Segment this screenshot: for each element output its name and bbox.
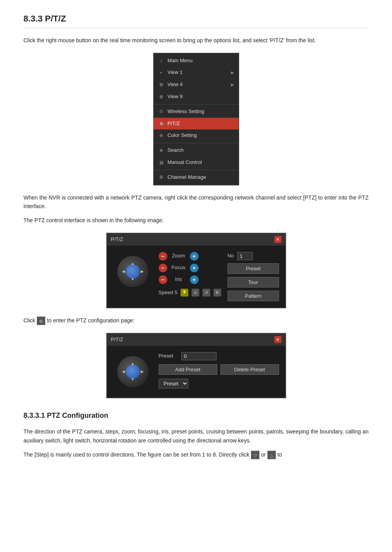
config-preset-input[interactable] (181, 352, 217, 360)
ptz-config-title: P/T/Z (111, 336, 124, 344)
color-icon: ⊛ (158, 133, 165, 139)
menu-divider-2 (154, 143, 239, 143)
dpad-down-arrow[interactable]: ▼ (131, 276, 135, 282)
menu-label-view9: View 9 (168, 93, 183, 101)
ptz-close-button[interactable]: ✕ (274, 236, 281, 243)
config-dpad-right[interactable]: ▶ (141, 369, 144, 375)
config-right-panel: Preset Add Preset Delete Preset Preset (159, 352, 279, 388)
menu-label-search: Search (168, 146, 184, 155)
paragraph-6: The [Step] is mainly used to control dir… (23, 450, 369, 459)
menu-item-ptz[interactable]: ▣ P/T/Z (154, 118, 239, 130)
menu-item-color[interactable]: ⊛ Color Setting (154, 129, 239, 142)
arrow-icon: ▶ (231, 70, 234, 76)
menu-item-main-menu[interactable]: ⌂ Main Menu (154, 55, 239, 67)
no-input[interactable] (237, 252, 253, 260)
config-btn-row: Add Preset Delete Preset (159, 364, 279, 375)
context-menu-container: ⌂ Main Menu ▪ View 1 ▶ ⊞ View 4 ▶ ⊞ View… (23, 53, 369, 185)
view4-icon: ⊞ (158, 82, 165, 88)
config-dpad-down[interactable]: ▼ (131, 376, 135, 383)
no-row: No (227, 252, 279, 260)
manual-icon: ▤ (158, 159, 165, 165)
p6-pre: The [Step] is mainly used to control dir… (23, 451, 251, 458)
ptz-config-close-button[interactable]: ✕ (274, 336, 281, 343)
arrow-icon-2: ▶ (231, 82, 234, 88)
rotate-icon[interactable]: ↺ (202, 289, 210, 297)
ptz-config-window: P/T/Z ✕ ▲ ▼ ◀ ▶ Preset (106, 333, 286, 398)
directional-pad[interactable]: ▲ ▼ ◀ ▶ (113, 252, 152, 291)
bulb-icon[interactable]: 💡 (181, 289, 188, 297)
menu-item-wireless[interactable]: ⊙ Wireless Setting (154, 106, 239, 118)
p6-post: to (277, 451, 282, 458)
config-preset-row: Preset (159, 352, 279, 360)
config-dpad-up[interactable]: ▲ (131, 361, 135, 367)
ptz-icon: ▣ (158, 120, 165, 127)
dpad-circle[interactable]: ▲ ▼ ◀ ▶ (117, 256, 149, 287)
paragraph-5: The direction of the PTZ camera, steps, … (23, 427, 369, 445)
menu-label-channel: Channel Manage (168, 173, 206, 182)
menu-item-manual[interactable]: ▤ Manual Control (154, 156, 239, 169)
view1-icon: ▪ (158, 70, 165, 76)
ptz-config-body: ▲ ▼ ◀ ▶ Preset Add Preset Delete Preset (107, 346, 285, 397)
focus-plus-button[interactable]: + (190, 264, 199, 272)
tour-button[interactable]: Tour (227, 277, 279, 288)
config-directional-pad[interactable]: ▲ ▼ ◀ ▶ (113, 352, 152, 391)
menu-item-search[interactable]: ⊕ Search (154, 144, 239, 156)
menu-item-channel[interactable]: ⊞ Channel Manage (154, 171, 239, 183)
dpad-right-arrow[interactable]: ▶ (141, 268, 144, 275)
ptz-window-title: P/T/Z (111, 236, 124, 244)
menu-divider-3 (154, 170, 239, 170)
menu-label-manual: Manual Control (168, 158, 202, 167)
menu-label-view1: View 1 (168, 68, 183, 77)
menu-item-view1[interactable]: ▪ View 1 ▶ (154, 67, 239, 79)
add-preset-button[interactable]: Add Preset (159, 364, 217, 375)
config-dropdown-row: Preset (159, 379, 279, 388)
config-dpad-left[interactable]: ◀ (122, 369, 125, 375)
menu-label-color: Color Setting (168, 131, 197, 140)
paragraph-1: Click the right mouse button on the real… (23, 36, 369, 45)
zoom-minus-button[interactable]: − (159, 252, 167, 261)
ptz-control-window: P/T/Z ✕ ▲ ▼ ◀ ▶ − Zoom + (106, 233, 286, 308)
menu-divider-1 (154, 104, 239, 104)
context-menu: ⌂ Main Menu ▪ View 1 ▶ ⊞ View 4 ▶ ⊞ View… (153, 53, 239, 185)
menu-label-wireless: Wireless Setting (168, 108, 204, 116)
iris-minus-button[interactable]: − (159, 275, 167, 284)
home-icon: ⌂ (158, 58, 165, 64)
ptz-config-titlebar: P/T/Z ✕ (107, 334, 285, 346)
search-icon: ⊕ (158, 147, 165, 154)
iris-label: Iris (170, 275, 187, 284)
speed-label: Speed 5 (159, 289, 177, 297)
preset-button[interactable]: Preset (227, 263, 279, 274)
ptz-control-container: P/T/Z ✕ ▲ ▼ ◀ ▶ − Zoom + (23, 233, 369, 308)
delete-preset-button[interactable]: Delete Preset (220, 364, 279, 375)
iris-plus-button[interactable]: + (190, 275, 199, 284)
menu-item-view9[interactable]: ⊞ View 9 (154, 91, 239, 103)
p4-post: to enter the PTZ configuration page: (47, 317, 134, 324)
iris-icon[interactable]: ⊙ (192, 289, 199, 297)
zoom-label: Zoom (170, 252, 187, 260)
channel-icon: ⊞ (158, 174, 165, 180)
zoom-control-row: − Zoom + (159, 252, 221, 261)
focus-minus-button[interactable]: − (159, 264, 167, 272)
menu-label-ptz: P/T/Z (168, 120, 180, 128)
step-up-icon: △ (267, 451, 276, 459)
subsection-title: 8.3.3.1 PTZ Configuration (23, 410, 369, 421)
no-label: No (227, 252, 234, 260)
config-dropdown[interactable]: Preset (159, 379, 188, 388)
step-down-icon: ▽ (251, 451, 260, 459)
speed-row: Speed 5 💡 ⊙ ↺ ⚙ (159, 289, 221, 297)
pattern-button[interactable]: Pattern (227, 291, 279, 301)
wireless-icon: ⊙ (158, 108, 165, 115)
config-preset-label: Preset (159, 352, 178, 360)
zoom-plus-button[interactable]: + (190, 252, 199, 261)
config-dpad-circle[interactable]: ▲ ▼ ◀ ▶ (117, 356, 149, 387)
dpad-left-arrow[interactable]: ◀ (122, 268, 125, 275)
dpad-up-arrow[interactable]: ▲ (131, 261, 135, 267)
menu-label-main-menu: Main Menu (168, 57, 193, 65)
ptz-config-container: P/T/Z ✕ ▲ ▼ ◀ ▶ Preset (23, 333, 369, 398)
settings-icon-inline: ⚙ (37, 316, 45, 325)
menu-item-view4[interactable]: ⊞ View 4 ▶ (154, 79, 239, 91)
ptz-titlebar: P/T/Z ✕ (107, 234, 285, 246)
ptz-right-panel: No Preset Tour Pattern (227, 252, 279, 301)
settings-icon[interactable]: ⚙ (213, 289, 221, 297)
focus-label: Focus (170, 264, 187, 272)
